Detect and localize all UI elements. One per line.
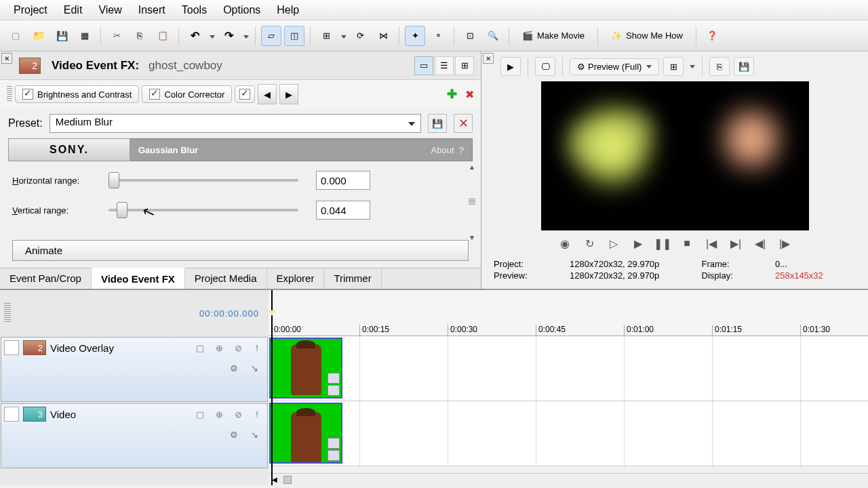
slider-thumb[interactable] — [108, 172, 119, 188]
horizontal-range-slider[interactable] — [108, 179, 298, 182]
solo-button[interactable]: ! — [250, 407, 264, 422]
snap-button[interactable]: ⊞ — [316, 26, 336, 46]
close-preview-button[interactable]: ✕ — [483, 53, 494, 64]
clip-fx-icon[interactable] — [328, 373, 340, 384]
track-header-video-overlay[interactable]: 2 Video Overlay ▢ ⊕ ⊘ ! ⚙ ↘ — [1, 337, 268, 402]
save-preset-button[interactable]: 💾 — [428, 114, 447, 133]
undo-button[interactable] — [184, 26, 205, 46]
show-me-how-button[interactable]: ✨ Show Me How — [604, 27, 690, 44]
fx-chain-next[interactable] — [235, 85, 255, 103]
menu-insert[interactable]: Insert — [130, 1, 174, 19]
compositing-button[interactable]: ↘ — [247, 361, 262, 375]
scroll-left-button[interactable]: ◀ — [269, 474, 281, 485]
checkbox-icon[interactable] — [239, 89, 250, 100]
scroll-up-button[interactable]: ▲ — [467, 161, 477, 172]
zoom-button[interactable]: 🔍 — [483, 26, 503, 46]
timeline-ruler[interactable]: 0:00:00 0:00:15 0:00:30 0:00:45 0:01:00 … — [269, 290, 868, 336]
checkbox-icon[interactable] — [22, 89, 33, 100]
video-clip[interactable] — [269, 338, 342, 399]
timecode-display[interactable]: 00:00:00.000 — [0, 290, 269, 336]
menu-project[interactable]: Project — [5, 1, 56, 19]
prev-frame-button[interactable]: ◀| — [751, 236, 769, 251]
about-link[interactable]: About ? — [431, 145, 464, 155]
play-button[interactable]: ▶ — [629, 236, 647, 251]
delete-preset-button[interactable]: ✕ — [454, 114, 473, 133]
view-mode-1[interactable]: ▭ — [414, 56, 433, 75]
external-monitor-button[interactable]: 🖵 — [535, 57, 555, 76]
record-button[interactable]: ◉ — [556, 236, 574, 251]
clip-fx-icon[interactable] — [328, 438, 340, 449]
fx-chain-brightness[interactable]: Brightness and Contrast — [15, 85, 139, 103]
scroll-thumb[interactable] — [283, 476, 292, 484]
mute-button[interactable]: ⊘ — [231, 340, 245, 355]
horizontal-scrollbar[interactable]: ◀ — [269, 473, 868, 485]
fx-chain-color-corrector[interactable]: Color Corrector — [142, 85, 232, 103]
chain-prev-button[interactable]: ◀ — [258, 84, 277, 104]
go-end-button[interactable]: ▶| — [727, 236, 745, 251]
clip-generate-icon[interactable] — [328, 385, 340, 396]
preset-dropdown[interactable]: Medium Blur — [50, 114, 421, 133]
video-clip[interactable] — [269, 403, 342, 464]
slider-thumb[interactable] — [117, 202, 127, 218]
track-lane[interactable] — [269, 401, 868, 466]
play-from-start-button[interactable]: ▷ — [605, 236, 623, 251]
preview-quality-dropdown[interactable]: ⚙ Preview (Full) — [570, 58, 659, 75]
animate-button[interactable]: Animate — [12, 240, 469, 261]
close-panel-button[interactable]: ✕ — [1, 53, 12, 64]
help-context-button[interactable]: ❓ — [702, 26, 722, 46]
properties-button[interactable] — [75, 26, 95, 46]
grip-icon[interactable] — [4, 303, 11, 323]
autoripple-button[interactable]: ⟳ — [350, 26, 370, 46]
track-lane[interactable] — [269, 336, 868, 401]
tab-trimmer[interactable]: Trimmer — [324, 268, 381, 289]
horizontal-range-input[interactable] — [316, 171, 370, 190]
autotool-button[interactable]: ✦ — [405, 26, 425, 46]
add-fx-icon[interactable]: ✚ — [447, 87, 457, 102]
scroll-grip[interactable] — [469, 199, 475, 205]
overlay-button[interactable]: ⊞ — [663, 57, 684, 76]
new-button[interactable] — [5, 26, 26, 46]
playhead[interactable] — [271, 290, 273, 485]
remove-fx-icon[interactable]: ✖ — [465, 88, 474, 101]
marker-button[interactable]: ⊡ — [460, 26, 480, 46]
bypass-fx-button[interactable]: ▢ — [193, 407, 208, 422]
track-name[interactable]: Video Overlay — [50, 342, 189, 354]
solo-button[interactable]: ! — [250, 340, 264, 355]
tab-project-media[interactable]: Project Media — [185, 268, 267, 289]
grip-icon[interactable] — [7, 86, 12, 102]
track-header-video[interactable]: 3 Video ▢ ⊕ ⊘ ! ⚙ ↘ — [1, 403, 268, 468]
lock-button[interactable]: ⚬ — [428, 26, 448, 46]
open-button[interactable] — [28, 26, 49, 46]
loop-button[interactable]: ↻ — [580, 236, 598, 251]
view-mode-3[interactable]: ⊞ — [455, 56, 474, 75]
chain-next-button[interactable]: ▶ — [279, 84, 298, 104]
preview-device-button[interactable]: ▶ — [500, 57, 521, 76]
compositing-button[interactable]: ↘ — [247, 427, 262, 442]
menu-edit[interactable]: Edit — [56, 1, 91, 19]
minimize-track-button[interactable] — [4, 340, 19, 355]
track-fx-button[interactable]: ⚙ — [226, 427, 241, 442]
menu-options[interactable]: Options — [215, 1, 269, 19]
tab-event-pan-crop[interactable]: Event Pan/Crop — [0, 268, 92, 289]
menu-tools[interactable]: Tools — [174, 1, 215, 19]
save-button[interactable] — [52, 26, 72, 46]
make-movie-button[interactable]: 🎬 Make Movie — [515, 27, 592, 44]
save-snapshot-button[interactable]: 💾 — [734, 57, 754, 76]
checkbox-icon[interactable] — [149, 89, 160, 100]
edit-tool-select[interactable]: ◫ — [284, 26, 304, 46]
crossfade-button[interactable]: ⋈ — [373, 26, 393, 46]
clip-generate-icon[interactable] — [328, 450, 340, 461]
params-scrollbar[interactable]: ▲ ▼ — [466, 161, 478, 243]
track-fx-button[interactable]: ⚙ — [226, 361, 241, 375]
stop-button[interactable]: ■ — [678, 236, 696, 251]
edit-tool-normal[interactable]: ▱ — [261, 26, 281, 46]
vertical-range-input[interactable] — [316, 201, 370, 220]
track-name[interactable]: Video — [50, 409, 189, 420]
view-mode-2[interactable]: ☰ — [435, 56, 454, 75]
timeline-tracks[interactable]: 0:00:00 0:00:15 0:00:30 0:00:45 0:01:00 … — [269, 290, 868, 485]
mute-button[interactable]: ⊘ — [231, 407, 245, 422]
paste-button[interactable] — [153, 26, 173, 46]
track-motion-button[interactable]: ⊕ — [212, 407, 226, 422]
minimize-track-button[interactable] — [4, 407, 19, 422]
go-start-button[interactable]: |◀ — [703, 236, 720, 251]
